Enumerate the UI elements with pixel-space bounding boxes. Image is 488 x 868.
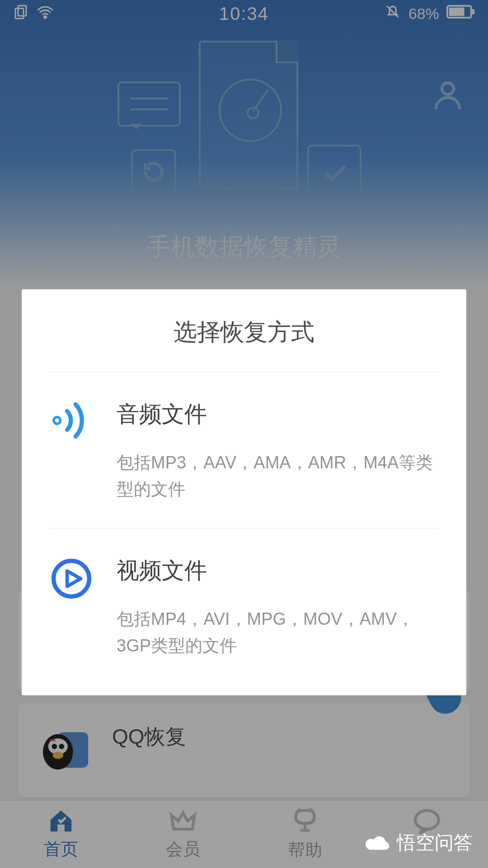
option-audio[interactable]: 音频文件 包括MP3，AAV，AMA，AMR，M4A等类型的文件 bbox=[22, 372, 466, 528]
option-audio-desc: 包括MP3，AAV，AMA，AMR，M4A等类型的文件 bbox=[117, 449, 439, 503]
watermark: 悟空问答 bbox=[359, 826, 479, 859]
video-icon bbox=[49, 557, 94, 600]
option-audio-title: 音频文件 bbox=[117, 399, 439, 429]
close-button[interactable] bbox=[217, 547, 271, 601]
modal-title: 选择恢复方式 bbox=[22, 289, 466, 372]
close-icon bbox=[230, 560, 258, 588]
cloud-icon bbox=[365, 834, 390, 852]
svg-point-24 bbox=[54, 561, 89, 596]
watermark-text: 悟空问答 bbox=[397, 830, 473, 855]
audio-icon bbox=[49, 401, 94, 440]
svg-point-23 bbox=[54, 417, 61, 424]
option-video-desc: 包括MP4，AVI，MPG，MOV，AMV，3GP类型的文件 bbox=[117, 606, 439, 659]
recovery-method-modal: 选择恢复方式 音频文件 包括MP3，AAV，AMA，AMR，M4A等类型的文件 … bbox=[22, 289, 466, 695]
option-video-title: 视频文件 bbox=[117, 556, 439, 586]
